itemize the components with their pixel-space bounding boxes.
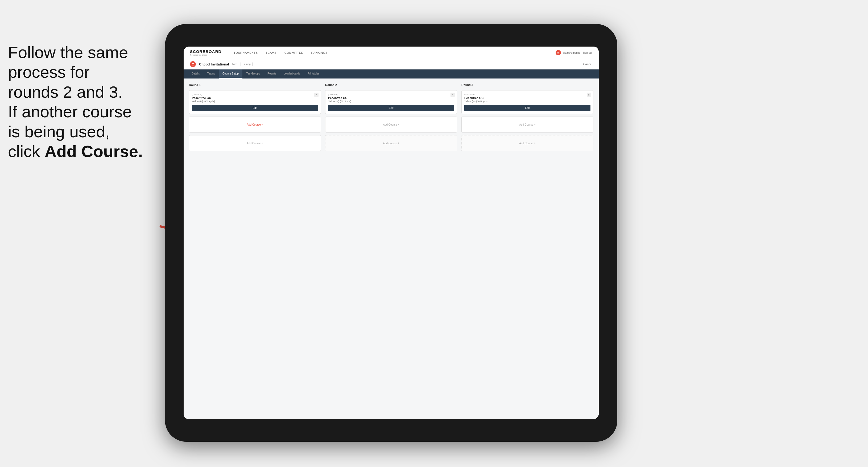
- tablet-device: SCOREBOARD Powered by clippd TOURNAMENTS…: [165, 24, 617, 442]
- round-1-add-course-text-2: Add Course +: [247, 142, 263, 145]
- round-3-course-card: × (Course A) Peachtree GC Yellow (M) (66…: [461, 90, 593, 114]
- round-2-add-course-1[interactable]: Add Course +: [325, 117, 457, 132]
- round-1-course-tag: (Course A): [192, 93, 318, 96]
- round-3-add-course-1[interactable]: Add Course +: [461, 117, 593, 132]
- round-2-column: Round 2 × (Course A) Peachtree GC Yellow…: [325, 83, 457, 151]
- round-3-add-course-2[interactable]: Add Course +: [461, 135, 593, 151]
- user-email: blair@clippd.io: [563, 51, 581, 54]
- nav-right: B blair@clippd.io Sign out: [556, 50, 592, 55]
- brand-name: SCOREBOARD: [190, 49, 221, 54]
- round-3-column: Round 3 × (Course A) Peachtree GC Yellow…: [461, 83, 593, 151]
- round-1-course-tee: Yellow (M) (6629 yds): [192, 100, 318, 103]
- round-2-course-card: × (Course A) Peachtree GC Yellow (M) (66…: [325, 90, 457, 114]
- round-1-add-course-2[interactable]: Add Course +: [189, 135, 321, 151]
- brand: SCOREBOARD Powered by clippd: [190, 49, 221, 56]
- round-2-add-course-text-2: Add Course +: [383, 142, 399, 145]
- round-2-course-tag: (Course A): [328, 93, 454, 96]
- logo-icon: C: [190, 61, 196, 67]
- cancel-button[interactable]: Cancel: [583, 63, 592, 66]
- instruction-text: Follow the same process for rounds 2 and…: [0, 37, 176, 166]
- tournament-mode: Men: [232, 63, 237, 66]
- round-1-course-card: × (Course A) Peachtree GC Yellow (M) (66…: [189, 90, 321, 114]
- tab-details[interactable]: Details: [188, 69, 204, 79]
- round-1-label: Round 1: [189, 83, 321, 87]
- round-3-course-tee: Yellow (M) (6629 yds): [464, 100, 590, 103]
- brand-sub: Powered by clippd: [190, 54, 221, 56]
- sub-header: C Clippd Invitational Men Hosting Cancel: [184, 59, 599, 69]
- round-2-label: Round 2: [325, 83, 457, 87]
- round-3-remove-button[interactable]: ×: [587, 93, 591, 97]
- tab-leaderboards[interactable]: Leaderboards: [280, 69, 304, 79]
- round-3-course-name: Peachtree GC: [464, 96, 590, 99]
- nav-tournaments[interactable]: TOURNAMENTS: [234, 51, 257, 54]
- round-1-column: Round 1 × (Course A) Peachtree GC Yellow…: [189, 83, 321, 151]
- tab-teams[interactable]: Teams: [204, 69, 219, 79]
- nav-rankings[interactable]: RANKINGS: [311, 51, 328, 54]
- nav-committee[interactable]: COMMITTEE: [284, 51, 303, 54]
- round-3-add-course-text-1: Add Course +: [519, 123, 535, 126]
- round-1-add-course-text-1: Add Course +: [247, 123, 263, 126]
- hosting-badge: Hosting: [241, 62, 252, 66]
- round-2-course-name: Peachtree GC: [328, 96, 454, 99]
- round-3-course-tag: (Course A): [464, 93, 590, 96]
- round-2-remove-button[interactable]: ×: [451, 93, 455, 97]
- user-avatar: B: [556, 50, 561, 55]
- tab-tee-groups[interactable]: Tee Groups: [242, 69, 264, 79]
- round-2-course-tee: Yellow (M) (6629 yds): [328, 100, 454, 103]
- tab-bar: Details Teams Course Setup Tee Groups Re…: [184, 69, 599, 79]
- round-1-remove-button[interactable]: ×: [314, 93, 318, 97]
- tournament-name: Clippd Invitational: [199, 62, 229, 66]
- tab-printables[interactable]: Printables: [304, 69, 323, 79]
- nav-teams[interactable]: TEAMS: [266, 51, 276, 54]
- content-area: Round 1 × (Course A) Peachtree GC Yellow…: [184, 79, 599, 419]
- round-3-edit-button[interactable]: Edit: [464, 105, 590, 111]
- round-1-edit-button[interactable]: Edit: [192, 105, 318, 111]
- round-1-add-course-1[interactable]: Add Course +: [189, 117, 321, 132]
- top-nav: SCOREBOARD Powered by clippd TOURNAMENTS…: [184, 46, 599, 59]
- rounds-grid: Round 1 × (Course A) Peachtree GC Yellow…: [189, 83, 593, 151]
- round-2-add-course-2[interactable]: Add Course +: [325, 135, 457, 151]
- round-1-course-name: Peachtree GC: [192, 96, 318, 99]
- sign-out-link[interactable]: Sign out: [583, 51, 592, 54]
- round-3-label: Round 3: [461, 83, 593, 87]
- round-2-edit-button[interactable]: Edit: [328, 105, 454, 111]
- tab-course-setup[interactable]: Course Setup: [219, 69, 242, 79]
- round-3-add-course-text-2: Add Course +: [519, 142, 535, 145]
- tablet-screen: SCOREBOARD Powered by clippd TOURNAMENTS…: [184, 46, 599, 419]
- round-2-add-course-text-1: Add Course +: [383, 123, 399, 126]
- tab-results[interactable]: Results: [264, 69, 280, 79]
